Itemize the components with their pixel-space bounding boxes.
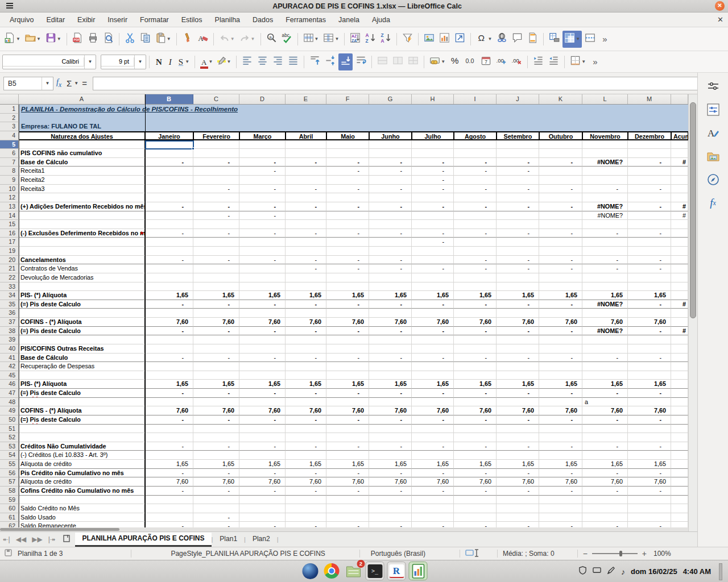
row-header-40[interactable]: 40 <box>0 344 19 354</box>
cell-N49[interactable] <box>671 406 688 415</box>
highlighting-color-button[interactable]: ▼ <box>216 53 233 70</box>
app-terminal-icon[interactable]: >_ <box>366 562 384 580</box>
cell-D36[interactable] <box>239 309 286 318</box>
cell-B33[interactable] <box>145 282 193 292</box>
cell-L17[interactable] <box>582 238 628 247</box>
cell-M13[interactable]: - <box>628 202 671 211</box>
cell-M58[interactable]: - <box>628 487 671 496</box>
row-header-8[interactable]: 8 <box>0 167 19 176</box>
row-header-36[interactable]: 36 <box>0 309 19 318</box>
cell-L36[interactable] <box>582 309 628 318</box>
cell-F38[interactable]: - <box>326 327 369 336</box>
cell-I56[interactable]: - <box>454 469 497 478</box>
cell-G50[interactable]: - <box>369 415 412 425</box>
cell-F20[interactable]: - <box>326 256 369 265</box>
cell-C34[interactable]: 1,65 <box>193 291 239 300</box>
column-header-G[interactable]: G <box>369 94 412 104</box>
cell-G33[interactable] <box>369 282 412 292</box>
cell-I57[interactable]: 7,60 <box>454 477 497 487</box>
column-header-J[interactable]: J <box>497 94 539 104</box>
column-header-B[interactable]: B <box>145 94 193 104</box>
row-label-19[interactable] <box>19 247 145 256</box>
cell-D51[interactable] <box>239 425 286 434</box>
cell-K8[interactable] <box>539 167 582 176</box>
sidebar-navigator-icon[interactable] <box>704 170 723 189</box>
cell-G16[interactable]: - <box>369 229 412 238</box>
cell-E13[interactable]: - <box>286 202 326 211</box>
cell-F59[interactable] <box>326 496 369 505</box>
close-document-icon[interactable]: ✕ <box>717 15 723 24</box>
cell-F56[interactable]: - <box>326 469 369 478</box>
number-button[interactable]: 0.0 <box>464 53 478 70</box>
cell-N35[interactable]: # <box>671 300 688 309</box>
cell-H20[interactable] <box>412 256 454 265</box>
next-sheet-icon[interactable]: ▶▶ <box>29 535 45 543</box>
underline-button[interactable]: S▼ <box>176 53 191 70</box>
header-month-3[interactable]: Março <box>239 131 286 140</box>
cell-N21[interactable] <box>671 264 688 273</box>
cell-K51[interactable] <box>539 425 582 434</box>
cell-L51[interactable] <box>582 425 628 434</box>
cell-H49[interactable]: 7,60 <box>412 406 454 415</box>
cell-I36[interactable] <box>454 309 497 318</box>
cell-L61[interactable] <box>582 513 628 522</box>
cell-G42[interactable] <box>369 362 412 371</box>
pivot-table-button[interactable] <box>453 31 467 48</box>
cell-I17[interactable] <box>454 238 497 247</box>
row-label-13[interactable]: (+) Adições Deferimento Recebidos no mês <box>19 202 145 211</box>
cell-D14[interactable]: - <box>239 211 286 221</box>
cell-E41[interactable]: - <box>286 354 326 363</box>
cell-C60[interactable] <box>193 504 239 513</box>
cell-N38[interactable]: # <box>671 327 688 336</box>
cell-I51[interactable] <box>454 425 497 434</box>
cell-C40[interactable] <box>193 344 239 354</box>
cell-D54[interactable] <box>239 451 286 460</box>
cell-H36[interactable] <box>412 309 454 318</box>
column-header-I[interactable]: I <box>454 94 497 104</box>
sidebar-properties-icon[interactable] <box>704 100 723 119</box>
cell-D17[interactable] <box>239 238 286 247</box>
cell-C42[interactable] <box>193 362 239 371</box>
cell-F48[interactable] <box>326 398 369 407</box>
cell-F17[interactable] <box>326 238 369 247</box>
cell-H50[interactable]: - <box>412 415 454 425</box>
cell-J16[interactable]: - <box>497 229 539 238</box>
cell-G37[interactable]: 7,60 <box>369 318 412 327</box>
horizontal-scrollbar[interactable] <box>0 527 688 531</box>
align-left-button[interactable] <box>240 53 254 70</box>
cell-F14[interactable] <box>326 211 369 221</box>
cell-J20[interactable]: - <box>497 256 539 265</box>
cell-C13[interactable]: - <box>193 202 239 211</box>
cell-E20[interactable]: - <box>286 256 326 265</box>
cell-H45[interactable] <box>412 371 454 380</box>
cell-E6[interactable] <box>286 149 326 158</box>
cell-D5[interactable] <box>239 140 286 149</box>
cell-L35[interactable]: #NOME? <box>582 300 628 309</box>
row-label-47[interactable]: (=) Pis deste Calculo <box>19 389 145 398</box>
cell-J52[interactable] <box>497 433 539 442</box>
cell-G39[interactable] <box>369 335 412 344</box>
cell-G59[interactable] <box>369 496 412 505</box>
cell-M10[interactable]: - <box>628 185 671 194</box>
cell-I53[interactable]: - <box>454 442 497 451</box>
cell-H19[interactable] <box>412 247 454 256</box>
copy-button[interactable] <box>138 31 152 48</box>
column-header-F[interactable]: F <box>326 94 369 104</box>
cell-H5[interactable] <box>412 140 454 149</box>
cell-H9[interactable]: - <box>412 176 454 185</box>
cell-G20[interactable]: - <box>369 256 412 265</box>
cell-G14[interactable] <box>369 211 412 221</box>
cell-J40[interactable] <box>497 344 539 354</box>
cell-C55[interactable]: 1,65 <box>193 460 239 469</box>
cell-N16[interactable] <box>671 229 688 238</box>
cell-K40[interactable] <box>539 344 582 354</box>
cell-F7[interactable]: - <box>326 158 369 167</box>
cell-H60[interactable] <box>412 504 454 513</box>
row-header-16[interactable]: 16 <box>0 229 19 238</box>
cell-C54[interactable] <box>193 451 239 460</box>
cell-I55[interactable]: 1,65 <box>454 460 497 469</box>
cell-N51[interactable] <box>671 425 688 434</box>
cell-F6[interactable] <box>326 149 369 158</box>
cell-N10[interactable] <box>671 185 688 194</box>
cell-J61[interactable] <box>497 513 539 522</box>
